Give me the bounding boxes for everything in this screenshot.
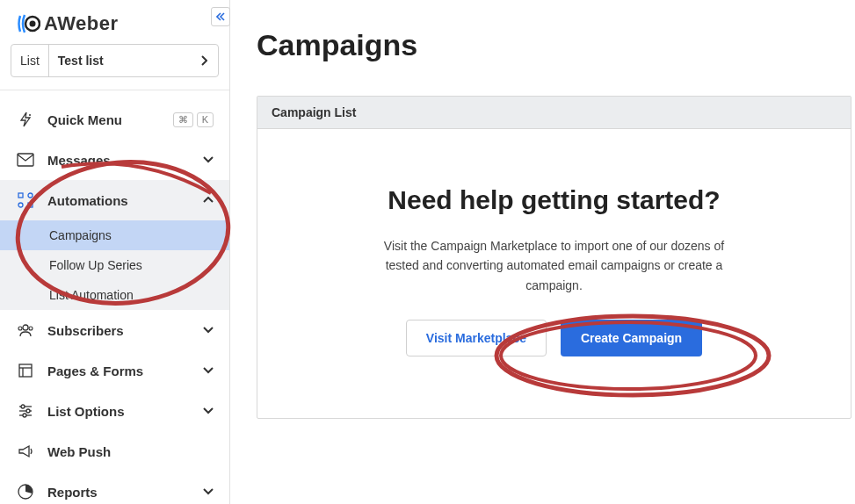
chevron-down-icon	[203, 367, 214, 374]
automation-icon	[16, 191, 35, 210]
nav-subscribers[interactable]: Subscribers	[0, 310, 229, 350]
nav-label: Messages	[47, 153, 203, 168]
logo-text: AWeber	[44, 12, 119, 35]
nav-label: Pages & Forms	[47, 364, 203, 378]
svg-point-15	[21, 405, 25, 408]
panel-body: Need help getting started? Visit the Cam…	[257, 129, 851, 418]
chevron-down-icon	[203, 327, 214, 334]
nav-label: Reports	[47, 485, 203, 500]
svg-rect-11	[19, 364, 32, 377]
chevron-down-icon	[203, 407, 214, 414]
logo[interactable]: AWeber	[18, 12, 212, 35]
chevron-down-icon	[203, 156, 214, 163]
button-row: Visit Marketplace Create Campaign	[293, 320, 815, 356]
svg-point-9	[18, 327, 22, 330]
sub-item-label: Follow Up Series	[49, 258, 142, 272]
nav-messages[interactable]: Messages	[0, 140, 229, 180]
aweber-logo-icon	[18, 12, 40, 35]
lightning-icon	[16, 110, 35, 129]
svg-point-1	[30, 21, 36, 27]
nav-label: Automations	[47, 193, 203, 208]
panel-header: Campaign List	[257, 97, 851, 129]
svg-point-19	[23, 414, 26, 417]
pages-icon	[16, 361, 35, 380]
svg-rect-3	[18, 154, 33, 166]
visit-marketplace-button[interactable]: Visit Marketplace	[406, 320, 547, 356]
nav-automations[interactable]: Automations	[0, 180, 229, 220]
svg-point-6	[28, 193, 33, 198]
chevron-down-icon	[203, 488, 214, 495]
chevron-double-left-icon	[216, 12, 225, 21]
svg-point-10	[29, 327, 33, 330]
subscribers-icon	[16, 320, 35, 340]
list-selector[interactable]: List Test list	[11, 44, 219, 77]
sliders-icon	[16, 401, 35, 421]
list-selector-value: Test list	[49, 54, 190, 68]
svg-rect-5	[28, 203, 33, 207]
list-selector-label: List	[11, 45, 49, 76]
nav-quick-menu[interactable]: Quick Menu ⌘ K	[0, 99, 229, 140]
nav-web-push[interactable]: Web Push	[0, 431, 229, 472]
svg-point-7	[18, 203, 23, 207]
svg-point-2	[29, 114, 31, 116]
logo-area: AWeber	[0, 0, 229, 44]
sub-list-automation[interactable]: List Automation	[0, 280, 229, 310]
nav-label: Subscribers	[47, 323, 203, 338]
chevron-right-icon	[190, 55, 218, 66]
page-title: Campaigns	[257, 28, 855, 62]
nav-list-options[interactable]: List Options	[0, 391, 229, 431]
hero-title: Need help getting started?	[293, 182, 815, 219]
sidebar-collapse-button[interactable]	[211, 7, 230, 26]
nav-label: List Options	[47, 404, 203, 419]
campaign-list-panel: Campaign List Need help getting started?…	[257, 96, 851, 419]
svg-point-8	[23, 325, 28, 330]
nav-pages-forms[interactable]: Pages & Forms	[0, 350, 229, 391]
nav-label: Quick Menu	[47, 112, 173, 127]
nav-reports[interactable]: Reports	[0, 472, 229, 504]
main-content: Campaigns Campaign List Need help gettin…	[230, 0, 855, 419]
hero-description: Visit the Campaign Marketplace to import…	[370, 236, 739, 295]
envelope-icon	[16, 150, 35, 169]
sub-item-label: List Automation	[49, 288, 134, 302]
nav-label: Web Push	[47, 444, 214, 459]
svg-rect-4	[18, 193, 23, 198]
nav: Quick Menu ⌘ K Messages Automations	[0, 90, 229, 504]
svg-point-17	[26, 409, 30, 413]
pie-chart-icon	[16, 482, 35, 501]
sub-item-label: Campaigns	[49, 228, 112, 242]
keyboard-shortcut: ⌘ K	[173, 112, 214, 127]
create-campaign-button[interactable]: Create Campaign	[561, 320, 702, 356]
chevron-up-icon	[203, 197, 214, 204]
megaphone-icon	[16, 442, 35, 461]
sidebar: AWeber List Test list Quick Menu ⌘ K Mes…	[0, 0, 230, 504]
automations-submenu: Campaigns Follow Up Series List Automati…	[0, 220, 229, 310]
sub-campaigns[interactable]: Campaigns	[0, 220, 229, 250]
sub-follow-up-series[interactable]: Follow Up Series	[0, 250, 229, 280]
